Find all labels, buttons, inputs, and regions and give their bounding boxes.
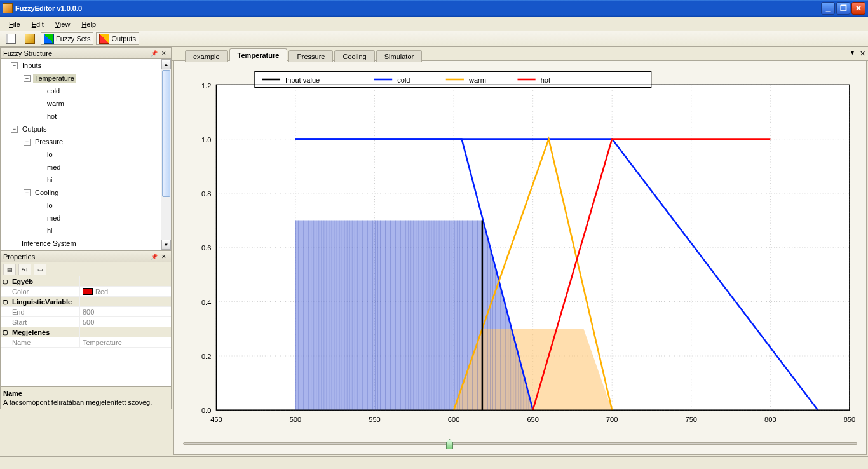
tab-temperature[interactable]: Temperature: [229, 48, 288, 61]
svg-text:0.8: 0.8: [201, 190, 211, 198]
tab-close-button[interactable]: ✕: [860, 50, 865, 58]
tree-cooling-hi[interactable]: hi: [45, 226, 55, 235]
svg-text:hot: hot: [541, 76, 551, 84]
cat-megj: Megjelenés: [10, 327, 79, 337]
svg-text:0.0: 0.0: [201, 407, 211, 414]
menu-view[interactable]: View: [50, 19, 76, 29]
window-title: FuzzyEditor v1.0.0.0: [15, 4, 821, 12]
title-bar: FuzzyEditor v1.0.0.0 _ ❐ ✕: [0, 0, 868, 17]
tree-cooling-med[interactable]: med: [45, 214, 62, 222]
tree-hot[interactable]: hot: [45, 112, 58, 121]
slider-thumb[interactable]: [446, 439, 453, 449]
expander-icon[interactable]: −: [24, 75, 31, 82]
tree-cold[interactable]: cold: [45, 86, 62, 95]
tree-cooling[interactable]: Cooling: [33, 188, 60, 197]
tab-strip: example Temperature Pressure Cooling Sim…: [172, 47, 868, 61]
input-slider-bar: [178, 437, 862, 451]
menu-help[interactable]: Help: [76, 19, 101, 29]
tree-pressure-hi[interactable]: hi: [45, 175, 55, 184]
fuzzy-sets-label: Fuzzy Sets: [56, 35, 90, 43]
color-swatch[interactable]: [83, 288, 93, 295]
props-pages-button[interactable]: ▭: [34, 264, 46, 275]
menu-file[interactable]: File: [4, 19, 25, 29]
fuzzy-structure-panel: Fuzzy Structure 📌 ✕ −Inputs −Temperature…: [0, 47, 172, 250]
chart-area: 4505005506006507007508008500.00.20.40.60…: [173, 60, 867, 455]
properties-panel: Properties 📌 ✕ ▤ A↓ ▭ ▢Egyéb ColorRed ▢L…: [0, 250, 172, 409]
tab-simulator[interactable]: Simulator: [376, 50, 422, 62]
tree-inference[interactable]: Inference System: [20, 239, 78, 248]
panel-close-button[interactable]: ✕: [159, 49, 168, 58]
fuzzy-sets-icon: [44, 34, 54, 44]
scroll-thumb[interactable]: [162, 70, 170, 197]
panel-title-properties: Properties: [3, 253, 35, 261]
tree-scrollbar[interactable]: ▲ ▼: [161, 59, 171, 250]
expander-icon[interactable]: −: [11, 62, 18, 69]
tree-pressure[interactable]: Pressure: [33, 137, 65, 146]
new-icon: [6, 34, 16, 44]
maximize-button[interactable]: ❐: [836, 2, 850, 15]
cat-lingvar: LinguisticVariable: [10, 297, 79, 306]
panel-title-structure: Fuzzy Structure: [3, 50, 52, 57]
prop-color-label: Color: [10, 287, 79, 296]
properties-toolbar: ▤ A↓ ▭: [1, 262, 171, 276]
desc-text: A facsomópont feliratában megjelenített …: [3, 398, 168, 406]
fuzzy-sets-button[interactable]: Fuzzy Sets: [41, 32, 93, 45]
tree-warm[interactable]: warm: [45, 99, 66, 108]
expander-icon[interactable]: −: [24, 139, 31, 146]
tree-temperature[interactable]: Temperature: [33, 74, 76, 83]
prop-name-label: Name: [10, 337, 79, 347]
pin-button[interactable]: 📌: [149, 252, 158, 261]
tree-pressure-med[interactable]: med: [45, 163, 62, 172]
alphabetical-button[interactable]: A↓: [18, 264, 31, 275]
outputs-label: Outputs: [111, 35, 136, 43]
tree-view[interactable]: −Inputs −Temperature cold warm hot −Outp…: [1, 59, 171, 250]
membership-chart: 4505005506006507007508008500.00.20.40.60…: [178, 65, 862, 437]
prop-color-value[interactable]: Red: [95, 288, 108, 296]
expander-icon[interactable]: −: [24, 189, 31, 196]
open-icon: [25, 34, 35, 44]
prop-end-value[interactable]: 800: [79, 307, 171, 316]
prop-end-label: End: [10, 307, 79, 316]
tab-pressure[interactable]: Pressure: [288, 50, 333, 62]
input-slider[interactable]: [183, 442, 857, 445]
scroll-down-button[interactable]: ▼: [161, 240, 171, 250]
desc-title: Name: [3, 390, 168, 397]
tab-cooling[interactable]: Cooling: [334, 50, 374, 62]
expander-icon[interactable]: −: [11, 126, 18, 133]
svg-text:450: 450: [210, 416, 222, 423]
panel-close-button[interactable]: ✕: [159, 252, 168, 261]
categorized-button[interactable]: ▤: [3, 264, 16, 275]
tab-example[interactable]: example: [185, 50, 228, 62]
outputs-icon: [99, 34, 109, 44]
cat-egyeb: Egyéb: [10, 276, 79, 286]
tree-inputs[interactable]: Inputs: [20, 61, 43, 70]
pin-button[interactable]: 📌: [149, 49, 158, 58]
close-button[interactable]: ✕: [851, 2, 865, 15]
svg-text:850: 850: [844, 416, 855, 423]
new-button[interactable]: [3, 32, 19, 45]
status-bar: [0, 456, 868, 469]
outputs-button[interactable]: Outputs: [96, 32, 139, 45]
minimize-button[interactable]: _: [821, 2, 835, 15]
svg-text:500: 500: [290, 416, 301, 423]
svg-text:0.2: 0.2: [201, 353, 211, 360]
toolbar: Fuzzy Sets Outputs: [0, 31, 868, 47]
svg-text:0.4: 0.4: [201, 299, 211, 306]
prop-start-label: Start: [10, 317, 79, 327]
svg-text:800: 800: [764, 416, 776, 423]
prop-start-value[interactable]: 500: [79, 317, 171, 327]
properties-description: Name A facsomópont feliratában megjelení…: [1, 386, 171, 409]
properties-grid[interactable]: ▢Egyéb ColorRed ▢LinguisticVariable End8…: [1, 276, 171, 386]
svg-text:warm: warm: [468, 76, 486, 84]
open-button[interactable]: [22, 32, 38, 45]
app-icon: [3, 3, 13, 13]
tree-pressure-lo[interactable]: lo: [45, 150, 55, 159]
tree-cooling-lo[interactable]: lo: [45, 201, 55, 210]
menu-edit[interactable]: Edit: [27, 19, 49, 29]
tab-dropdown-button[interactable]: ▼: [850, 50, 855, 56]
svg-text:750: 750: [686, 416, 697, 423]
scroll-up-button[interactable]: ▲: [161, 59, 171, 69]
svg-text:1.2: 1.2: [201, 81, 211, 89]
tree-outputs[interactable]: Outputs: [20, 125, 49, 133]
prop-name-value[interactable]: Temperature: [79, 337, 171, 347]
